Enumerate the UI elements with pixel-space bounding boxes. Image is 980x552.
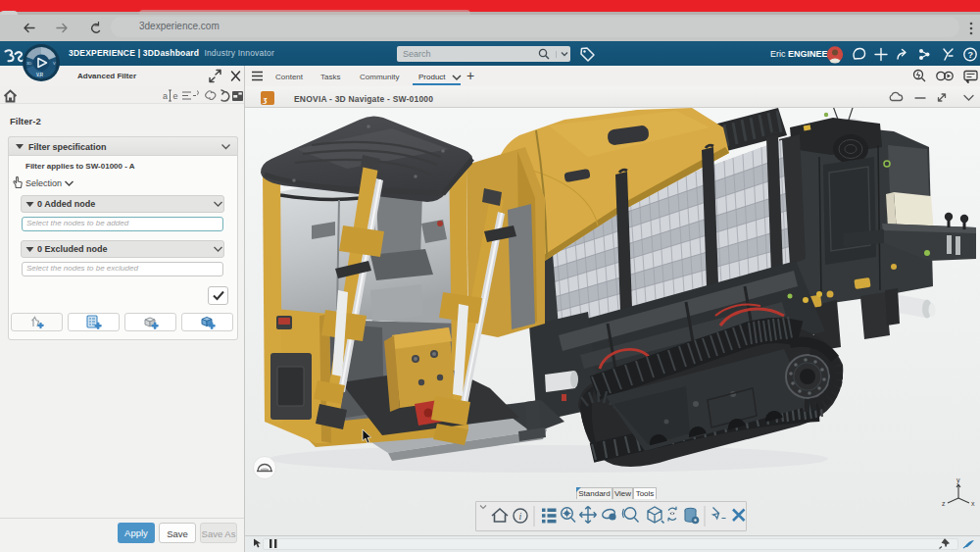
svg-text:y: y: [956, 477, 960, 484]
svg-text:ʒ: ʒ: [263, 94, 269, 104]
svg-text:z: z: [942, 500, 946, 507]
svg-text:V.R: V.R: [36, 73, 44, 77]
svg-text:V: V: [53, 61, 56, 66]
svg-text:3D: 3D: [26, 61, 31, 66]
svg-text:a: a: [163, 91, 168, 101]
svg-text:?: ?: [968, 50, 974, 60]
svg-text:e: e: [173, 91, 178, 101]
svg-text:i: i: [519, 511, 522, 522]
svg-text:x: x: [971, 500, 975, 507]
